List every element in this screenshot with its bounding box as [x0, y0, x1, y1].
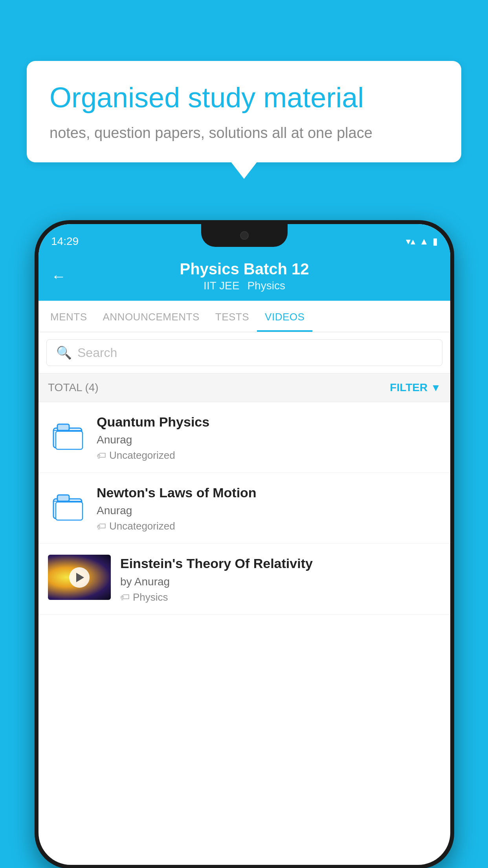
phone-notch [201, 224, 288, 247]
tabs-container: MENTS ANNOUNCEMENTS TESTS VIDEOS [39, 301, 450, 332]
search-icon: 🔍 [56, 345, 72, 360]
tag-label: Uncategorized [109, 520, 175, 532]
video-tag: 🏷 Uncategorized [97, 449, 441, 462]
svg-rect-5 [56, 502, 83, 520]
tab-videos[interactable]: VIDEOS [257, 301, 312, 332]
svg-rect-2 [56, 431, 83, 449]
tag-label: Uncategorized [109, 449, 175, 462]
video-author: Anurag [97, 504, 441, 517]
filter-bar: TOTAL (4) FILTER ▼ [39, 373, 450, 402]
signal-icon: ▲ [419, 236, 429, 247]
play-triangle-icon [76, 573, 84, 582]
tag-icon: 🏷 [97, 450, 106, 461]
back-button[interactable]: ← [51, 268, 66, 285]
phone-frame: 14:29 ▾▴ ▲ ▮ ← Physics Batch 12 IIT JEE … [35, 220, 454, 868]
folder-icon [48, 416, 87, 455]
filter-button[interactable]: FILTER ▼ [390, 381, 441, 394]
bubble-subtitle: notes, question papers, solutions all at… [50, 123, 438, 143]
video-author: by Anurag [120, 576, 441, 588]
tab-announcements[interactable]: ANNOUNCEMENTS [95, 301, 207, 332]
video-info: Newton's Laws of Motion Anurag 🏷 Uncateg… [97, 484, 441, 532]
video-author: Anurag [97, 434, 441, 446]
tag-icon: 🏷 [97, 521, 106, 532]
video-thumbnail [48, 555, 111, 600]
wifi-icon: ▾▴ [406, 236, 415, 247]
filter-label: FILTER [390, 381, 427, 394]
svg-rect-1 [57, 424, 69, 430]
status-icons: ▾▴ ▲ ▮ [406, 236, 438, 247]
header-title: Physics Batch 12 [180, 260, 309, 278]
filter-funnel-icon: ▼ [431, 382, 441, 394]
header-subtitle: IIT JEE Physics [204, 280, 285, 292]
video-tag: 🏷 Uncategorized [97, 520, 441, 532]
list-item[interactable]: Quantum Physics Anurag 🏷 Uncategorized [39, 402, 450, 473]
app-header: ← Physics Batch 12 IIT JEE Physics [39, 252, 450, 301]
tag-icon: 🏷 [120, 592, 130, 603]
video-list: Quantum Physics Anurag 🏷 Uncategorized [39, 402, 450, 615]
play-button[interactable] [69, 567, 90, 588]
battery-icon: ▮ [433, 236, 438, 247]
tab-ments[interactable]: MENTS [42, 301, 95, 332]
svg-rect-4 [57, 495, 69, 501]
search-input[interactable]: Search [77, 346, 117, 360]
video-info: Einstein's Theory Of Relativity by Anura… [120, 555, 441, 603]
video-info: Quantum Physics Anurag 🏷 Uncategorized [97, 413, 441, 462]
list-item[interactable]: Einstein's Theory Of Relativity by Anura… [39, 544, 450, 614]
tab-tests[interactable]: TESTS [207, 301, 257, 332]
status-time: 14:29 [51, 235, 79, 248]
header-subtitle-physics: Physics [247, 280, 285, 292]
video-title: Einstein's Theory Of Relativity [120, 555, 441, 572]
header-subtitle-iitjee: IIT JEE [204, 280, 239, 292]
video-title: Quantum Physics [97, 413, 441, 430]
video-tag: 🏷 Physics [120, 591, 441, 603]
search-input-container[interactable]: 🔍 Search [46, 339, 442, 366]
bubble-title: Organised study material [50, 81, 438, 114]
total-count: TOTAL (4) [48, 381, 99, 394]
speech-bubble-container: Organised study material notes, question… [27, 61, 461, 162]
list-item[interactable]: Newton's Laws of Motion Anurag 🏷 Uncateg… [39, 473, 450, 544]
tag-label: Physics [133, 591, 168, 603]
search-bar: 🔍 Search [39, 332, 450, 373]
phone-screen: 14:29 ▾▴ ▲ ▮ ← Physics Batch 12 IIT JEE … [39, 224, 450, 865]
video-title: Newton's Laws of Motion [97, 484, 441, 501]
front-camera [240, 231, 249, 240]
folder-icon [48, 486, 87, 526]
speech-bubble: Organised study material notes, question… [27, 61, 461, 162]
